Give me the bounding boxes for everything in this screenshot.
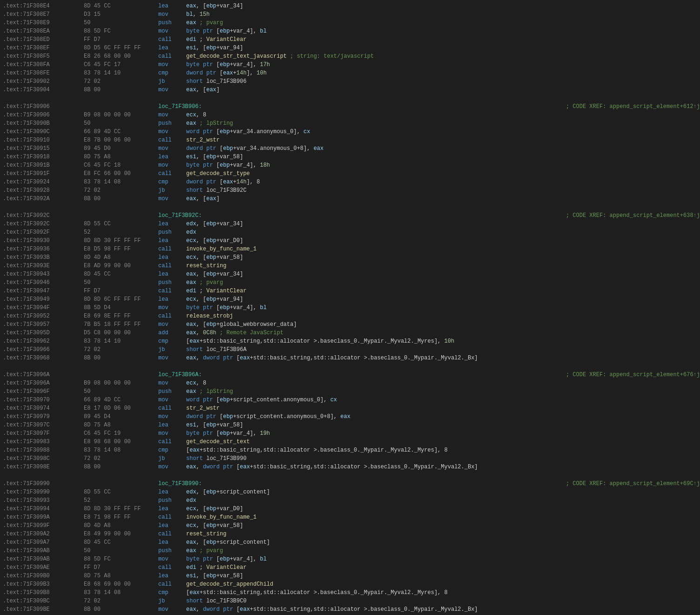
mnemonic: mov (158, 605, 186, 614)
bytes: E8 FC 66 00 00 (84, 169, 158, 178)
xref-comment: ; CODE XREF: append_script_element+676↑j (562, 371, 700, 379)
address: .text:71F3096A (0, 379, 84, 387)
mnemonic: push (158, 387, 186, 396)
operands: [eax+std::basic_string,std::allocator >.… (186, 446, 700, 454)
operands: ecx, 8 (186, 111, 700, 119)
bytes: 7B B5 18 FF FF FF (84, 320, 158, 329)
address: .text:71F30983 (0, 438, 84, 446)
table-row: .text:71F3094F8B 5D D4movbyte ptr [ebp+v… (0, 304, 700, 312)
address: .text:71F30924 (0, 178, 84, 186)
address: .text:71F30962 (0, 337, 84, 345)
mnemonic: lea (158, 521, 186, 530)
table-row: .text:71F3093EE8 AD 99 00 00callreset_st… (0, 262, 700, 270)
table-row: .text:71F3090C66 89 4D CCmovword ptr [eb… (0, 128, 700, 136)
bytes: C6 45 FC 19 (84, 429, 158, 438)
xref-comment: ; CODE XREF: append_script_element+612↑j (562, 102, 700, 111)
bytes: 8D 45 CC (84, 538, 158, 547)
table-row: .text:71F3096Aloc_71F3B96A:; CODE XREF: … (0, 371, 700, 379)
mnemonic: lea (158, 153, 186, 161)
bytes: FF D7 (84, 35, 158, 44)
mnemonic: mov (158, 27, 186, 35)
table-row: .text:71F30936E8 D5 98 FF FFcallinvoke_b… (0, 245, 700, 253)
table-row: .text:71F3092Cloc_71F3B92C:; CODE XREF: … (0, 211, 700, 220)
bytes: 50 (84, 19, 158, 27)
operands: get_decode_str_text (186, 438, 700, 446)
address: .text:71F3093E (0, 262, 84, 270)
mnemonic: cmp (158, 588, 186, 597)
mnemonic: push (158, 547, 186, 555)
bytes: 8D 75 A8 (84, 421, 158, 429)
disassembly-view: .text:71F308E48D 45 CCleaeax, [ebp+var_3… (0, 0, 700, 615)
address: .text:71F3092C (0, 211, 84, 220)
address: .text:71F309B3 (0, 580, 84, 588)
bytes: 8D 75 A8 (84, 153, 158, 161)
operands: eax, [ebp+var_34] (186, 2, 700, 10)
address: .text:71F3091F (0, 169, 84, 178)
mnemonic: lea (158, 2, 186, 10)
table-row: .text:71F308FE83 78 14 10cmpdword ptr [e… (0, 69, 700, 77)
bytes: 88 5D FC (84, 555, 158, 563)
mnemonic: lea (158, 538, 186, 547)
bytes: E8 17 0D 06 00 (84, 404, 158, 412)
table-row: .text:71F3092F52pushedx (0, 228, 700, 237)
mnemonic: jb (158, 597, 186, 605)
table-row: .text:71F309048B 00moveax, [eax] (0, 86, 700, 94)
table-row: .text:71F308E950pusheax ; pvarg (0, 19, 700, 27)
table-row: .text:71F3095DD5 C8 00 00 00addeax, 0C8h… (0, 329, 700, 337)
address: .text:71F3092F (0, 228, 84, 237)
address: .text:71F30990 (0, 480, 84, 488)
table-row: .text:71F309498D 8D 6C FF FF FFleaecx, [… (0, 295, 700, 304)
address: .text:71F308FE (0, 69, 84, 77)
mnemonic: call (158, 404, 186, 412)
address: .text:71F3096F (0, 387, 84, 396)
operands: word ptr [ebp+script_content.anonymous_0… (186, 396, 700, 404)
operands: ecx, [ebp+var_94] (186, 295, 700, 304)
operands: byte ptr [ebp+var_4], 17h (186, 61, 700, 69)
address: .text:71F30966 (0, 345, 84, 354)
mnemonic: mov (158, 463, 186, 471)
bytes: 8B 00 (84, 195, 158, 203)
operands: esi, [ebp+var_94] (186, 44, 700, 52)
operands: byte ptr [ebp+var_4], 18h (186, 161, 700, 169)
address: .text:71F30928 (0, 186, 84, 195)
address: .text:71F308E7 (0, 10, 84, 19)
operands: eax ; pvarg (186, 19, 700, 27)
table-row: .text:71F308EDFF D7calledi ; VariantClea… (0, 35, 700, 44)
address: .text:71F30949 (0, 295, 84, 304)
address: .text:71F308E9 (0, 19, 84, 27)
table-row (0, 94, 700, 102)
mnemonic: lea (158, 488, 186, 496)
operands: eax, [ebp+global_webbrowser_data] (186, 320, 700, 329)
bytes: 66 89 4D CC (84, 396, 158, 404)
operands: invoke_by_func_name_1 (186, 245, 700, 253)
table-row: .text:71F3090B50pusheax ; lpString (0, 119, 700, 128)
address: .text:71F309B0 (0, 572, 84, 580)
bytes: E8 98 68 00 00 (84, 438, 158, 446)
operands: edx (186, 496, 700, 505)
bytes: 52 (84, 496, 158, 505)
table-row: .text:71F309BC72 02jbshort loc_71F3B9C0 (0, 597, 700, 605)
mnemonic: mov (158, 396, 186, 404)
operands: byte ptr [ebp+var_4], 19h (186, 429, 700, 438)
label: loc_71F3B96A: (158, 371, 562, 379)
operands: short loc_71F3B9C0 (186, 597, 700, 605)
operands: ecx, [ebp+var_58] (186, 253, 700, 262)
operands: eax ; lpString (186, 119, 700, 128)
operands: eax, [eax] (186, 195, 700, 203)
mnemonic: mov (158, 144, 186, 153)
bytes (84, 371, 158, 379)
address: .text:71F30968 (0, 354, 84, 362)
mnemonic: call (158, 35, 186, 44)
address: .text:71F30990 (0, 488, 84, 496)
address: .text:71F30915 (0, 144, 84, 153)
table-row: .text:71F309688B 00moveax, dword ptr [ea… (0, 354, 700, 362)
operands: esi, [ebp+var_58] (186, 572, 700, 580)
mnemonic: lea (158, 572, 186, 580)
operands: byte ptr [ebp+var_4], bl (186, 555, 700, 563)
bytes: D3 15 (84, 10, 158, 19)
mnemonic: lea (158, 44, 186, 52)
table-row: .text:71F3092A8B 00moveax, [eax] (0, 195, 700, 203)
bytes: 66 89 4D CC (84, 128, 158, 136)
bytes: 83 78 14 08 (84, 178, 158, 186)
bytes: 8D 45 CC (84, 270, 158, 278)
